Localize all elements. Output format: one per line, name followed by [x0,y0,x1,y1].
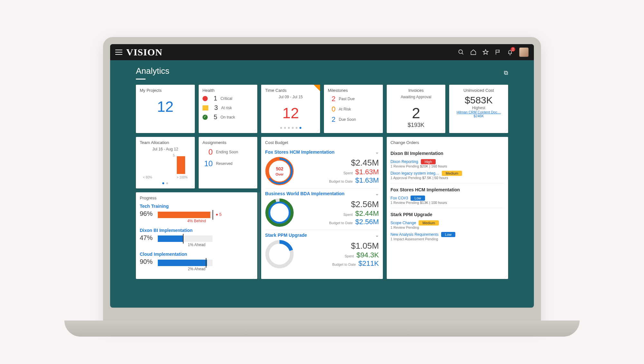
star-icon[interactable] [482,49,489,55]
resize-handle[interactable]: ⋰ [191,130,194,132]
menu-icon[interactable] [115,50,122,55]
app-bar: VISION 2 [110,44,534,60]
budget-section: Stark PPM Upgrade ⌄ $1.05M Spent $94.3K … [265,230,379,271]
progress-note: 2% Ahead [140,267,253,271]
card-cost-budget[interactable]: Cost Budget Fox Stores HCM Implementatio… [261,137,383,279]
resize-handle[interactable]: ⋰ [191,186,194,187]
allocation-chart: 5 < 80% > 100% [140,151,191,180]
donut-over-label: 502Over [265,166,294,177]
card-milestones[interactable]: Milestones 2 Past Due 0 At Risk 2 Due So… [324,85,383,133]
milestone-row: 2 Past Due [328,95,379,103]
resize-handle[interactable]: ⋰ [379,130,382,132]
budget-spent-label: Spent [344,171,353,175]
order-group: Stark PPM Upgrade Scope Change Medium 1 … [391,208,504,244]
order-item-right: $20K | 160 hours [420,164,447,168]
card-team-allocation[interactable]: Team Allocation Jul 16 - Aug 12 5 < 80% … [136,137,195,188]
pager-dots[interactable] [140,180,191,185]
order-item-right: $7.5K | 50 hours [422,176,448,180]
order-item-link[interactable]: Dixon Reporting [391,159,418,164]
card-change-orders[interactable]: Change Orders Dixon BI Implementation Di… [387,137,508,279]
home-icon[interactable] [470,49,477,55]
card-time-cards[interactable]: Time Cards Jul 09 - Jul 15 12 ⋰ [261,85,320,133]
progress-item[interactable]: Cloud Implementation 90% 2% Ahead [140,252,253,271]
progress-name: Cloud Implementation [140,252,253,257]
budget-section-header[interactable]: Stark PPM Upgrade ⌄ [265,233,379,238]
card-my-projects[interactable]: My Projects 12 ⋰ [136,85,195,133]
card-invoices[interactable]: Invoices Awaiting Approval 2 $193K ⋰ [387,85,446,133]
health-count: 5 [211,113,217,121]
order-item-right: $13K | 100 hours [420,201,447,205]
progress-bar [158,212,213,218]
time-cards-count: 12 [265,104,316,122]
card-health[interactable]: Health 1 Critical 3 At risk 5 On track ⋰ [199,85,258,133]
priority-pill: Low [441,232,455,237]
progress-note: 1% Ahead [140,243,253,247]
progress-item[interactable]: Tech Training 96% ● 5 4% Behind [140,204,253,223]
priority-pill: Medium [419,220,439,225]
health-row: 5 On track [203,113,254,121]
search-icon[interactable] [458,49,464,55]
bell-icon[interactable]: 2 [507,49,513,55]
order-item[interactable]: Dixon Reporting High 1 Review Pending $2… [391,158,504,169]
uninvoiced-amount: $583K [453,95,504,106]
dashboard-grid: My Projects 12 ⋰ Health 1 Critical 3 At … [110,81,534,285]
resize-handle[interactable]: ⋰ [253,276,256,278]
card-assignments[interactable]: Assignments 0 Ending Soon 10 Reserved ⋰ [199,137,258,188]
order-item-link[interactable]: Scope Change [391,221,416,225]
progress-bar [158,235,213,242]
uninvoiced-top-link[interactable]: Hilman CRM Content Doc… [453,110,504,114]
allocation-range: Jul 16 - Aug 12 [140,147,191,151]
budget-section-header[interactable]: Fox Stores HCM Implementation ⌄ [265,149,379,155]
card-title: Assignments [203,140,254,145]
order-item-link[interactable]: Fox CO#3 [391,196,408,200]
budget-total: $2.56M [351,199,379,209]
chevron-down-icon: ⌄ [375,191,379,196]
budget-section: Fox Stores HCM Implementation ⌄ 502Over … [265,147,379,188]
resize-handle[interactable]: ⋰ [316,130,319,132]
assignment-row: 0 Ending Soon [203,148,254,157]
budget-total: $2.45M [351,158,379,168]
progress-item[interactable]: Dixon BI Implementation 47% 1% Ahead [140,228,253,247]
resize-handle[interactable]: ⋰ [253,130,256,132]
budget-spent: $94.3K [356,251,379,259]
resize-handle[interactable]: ⋰ [379,276,382,278]
order-item-sub: 1 Review Pending $13K | 100 hours [391,201,504,205]
budget-project-name: Business World BDA Implementation [265,191,345,196]
resize-handle[interactable]: ⋰ [253,186,256,187]
app-logo[interactable]: VISION [126,47,163,58]
budget-todate-label: Budget to Date [329,221,353,225]
scrollbar[interactable] [258,192,260,279]
resize-handle[interactable]: ⋰ [441,130,444,132]
pager-dots[interactable] [265,125,316,130]
assignment-count: 10 [203,159,213,168]
order-item[interactable]: Scope Change Medium 1 Review Pending [391,219,504,231]
order-item[interactable]: New Analysis Requirements Low 1 Impact A… [391,231,504,242]
milestone-count: 2 [328,95,336,103]
order-item[interactable]: Fox CO#3 Low 1 Review Pending $13K | 100… [391,194,504,206]
card-title: Health [203,88,254,93]
card-progress[interactable]: Progress Tech Training 96% ● 5 4% Behind… [136,192,257,279]
resize-handle[interactable]: ⋰ [504,130,507,132]
priority-pill: Medium [442,171,462,176]
flag-icon[interactable] [495,49,501,55]
uninvoiced-top-amount: $246K [453,114,504,118]
budget-todate-label: Budget to Date [329,179,353,183]
page-header: Analytics ⧉ [110,60,534,81]
svg-point-6 [267,200,292,225]
order-group: Dixon BI Implementation Dixon Reporting … [391,147,504,183]
order-item-sub: 1 Approval Pending $7.5K | 50 hours [391,176,504,180]
chevron-down-icon: ⌄ [375,149,379,155]
budget-section-header[interactable]: Business World BDA Implementation ⌄ [265,191,379,196]
avatar[interactable] [519,47,529,57]
order-item-link[interactable]: New Analysis Requirements [391,232,439,237]
card-uninvoiced-cost[interactable]: Uninvoiced Cost $583K Highest Hilman CRM… [449,85,508,133]
progress-pct: 96% [140,210,156,217]
copy-icon[interactable]: ⧉ [504,70,508,76]
order-item-link[interactable]: Dixon legacy system integ… [391,171,439,176]
order-item-sub: 1 Review Pending [391,225,504,229]
svg-point-7 [270,203,290,223]
priority-pill: High [421,159,436,164]
invoices-count: 2 [391,104,442,122]
resize-handle[interactable]: ⋰ [504,276,507,278]
order-item[interactable]: Dixon legacy system integ… Medium 1 Appr… [391,169,504,181]
